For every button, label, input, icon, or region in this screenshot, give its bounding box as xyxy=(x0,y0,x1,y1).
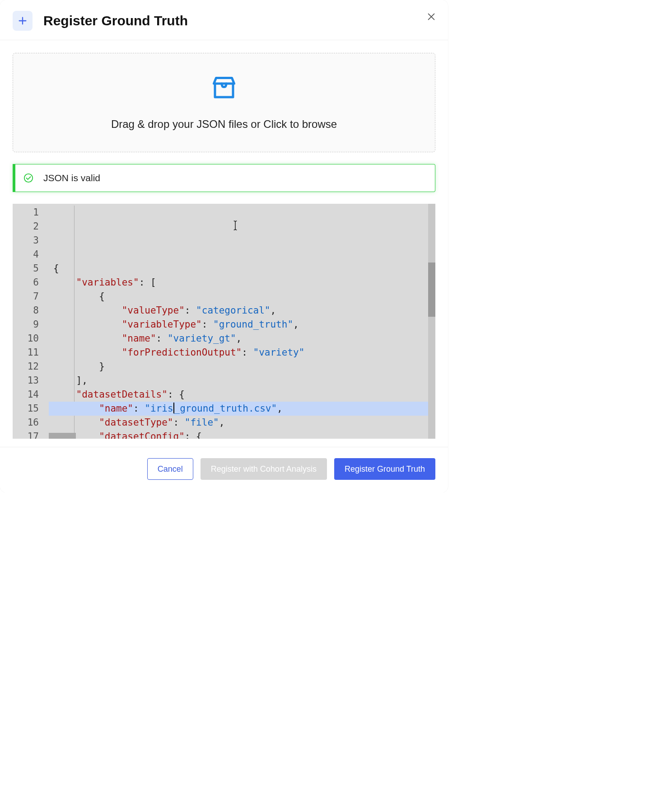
dropzone-text: Drag & drop your JSON files or Click to … xyxy=(111,118,337,131)
register-ground-truth-button[interactable]: Register Ground Truth xyxy=(334,458,435,480)
editor-scrollbar[interactable] xyxy=(428,204,435,439)
text-caret xyxy=(173,403,174,413)
scrollbar-thumb[interactable] xyxy=(428,263,435,317)
register-cohort-button[interactable]: Register with Cohort Analysis xyxy=(201,458,327,480)
code-line[interactable]: { xyxy=(49,262,428,276)
modal-header: Register Ground Truth xyxy=(0,0,448,40)
modal-title: Register Ground Truth xyxy=(43,13,188,28)
code-line[interactable]: "name": "variety_gt", xyxy=(49,332,428,346)
modal-footer: Cancel Register with Cohort Analysis Reg… xyxy=(0,447,448,492)
svg-point-4 xyxy=(24,174,33,182)
code-line[interactable]: "variableType": "ground_truth", xyxy=(49,318,428,332)
selection-mark xyxy=(49,433,76,439)
check-circle-icon xyxy=(23,173,33,183)
code-line[interactable]: ], xyxy=(49,374,428,388)
code-line[interactable]: { xyxy=(49,290,428,304)
code-line[interactable]: "forPredictionOutput": "variety" xyxy=(49,346,428,360)
code-line[interactable]: } xyxy=(49,360,428,374)
plus-icon xyxy=(13,11,33,31)
code-line[interactable]: "name": "iris_ground_truth.csv", xyxy=(49,402,428,416)
file-dropzone[interactable]: Drag & drop your JSON files or Click to … xyxy=(13,53,435,152)
code-line[interactable]: "valueType": "categorical", xyxy=(49,304,428,318)
code-line[interactable]: "datasetConfig": { xyxy=(49,430,428,439)
cancel-button[interactable]: Cancel xyxy=(147,458,193,480)
editor-code-area[interactable]: { "variables": [ { "valueType": "categor… xyxy=(49,204,428,439)
validation-banner: JSON is valid xyxy=(13,164,435,192)
modal-body: Drag & drop your JSON files or Click to … xyxy=(0,40,448,439)
inbox-icon xyxy=(210,75,238,103)
text-cursor-icon xyxy=(175,206,238,248)
editor-gutter: 1234567891011121314151617 xyxy=(13,204,49,439)
json-editor[interactable]: 1234567891011121314151617 { "variables":… xyxy=(13,204,435,439)
code-line[interactable]: "variables": [ xyxy=(49,276,428,290)
register-ground-truth-modal: Register Ground Truth Drag & drop your J… xyxy=(0,0,448,492)
close-button[interactable] xyxy=(426,12,436,23)
validation-message: JSON is valid xyxy=(43,173,100,183)
code-line[interactable]: "datasetDetails": { xyxy=(49,388,428,402)
code-line[interactable]: "datasetType": "file", xyxy=(49,416,428,430)
